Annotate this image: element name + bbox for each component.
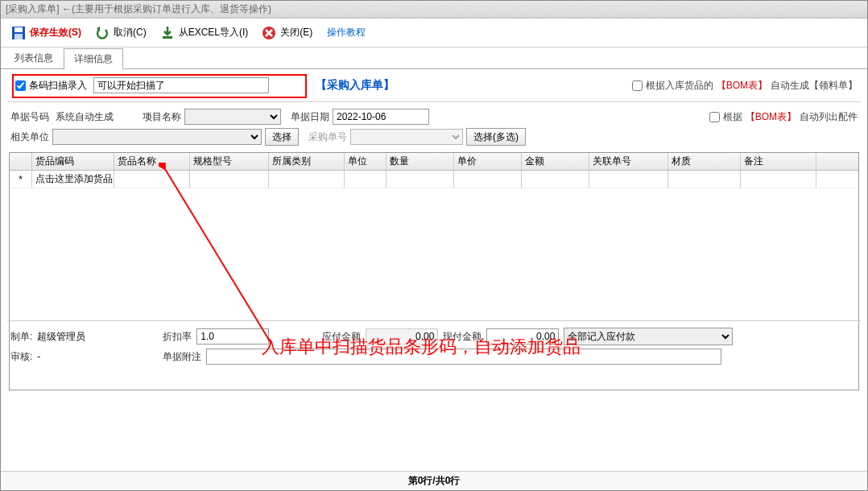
col-spec[interactable]: 规格型号 (190, 153, 269, 170)
cancel-button[interactable]: 取消(C) (89, 23, 151, 43)
maker-value: 超级管理员 (37, 330, 158, 344)
close-icon (261, 25, 277, 41)
tab-detail-info[interactable]: 详细信息 (64, 48, 123, 69)
col-ref[interactable]: 关联单号 (589, 153, 668, 170)
col-unit[interactable]: 单位 (345, 153, 386, 170)
document-title: 【采购入库单】 (316, 78, 395, 93)
purchase-select-button[interactable]: 选择(多选) (466, 128, 526, 146)
close-button[interactable]: 关闭(E) (256, 23, 317, 43)
doc-no-value: 系统自动生成 (52, 110, 139, 124)
col-product-code[interactable]: 货品编码 (32, 153, 114, 170)
doc-no-label: 单据号码 (10, 110, 49, 124)
audit-label: 审核: (10, 350, 32, 364)
main-toolbar: 保存生效(S) 取消(C) 从EXCEL导入(I) 关闭(E) 操作教程 (1, 19, 867, 47)
col-product-name[interactable]: 货品名称 (114, 153, 190, 170)
tab-list-info[interactable]: 列表信息 (4, 47, 64, 68)
undo-icon (94, 25, 110, 41)
import-label: 从EXCEL导入(I) (179, 26, 249, 39)
purchase-no-select (350, 129, 463, 145)
unit-label: 相关单位 (10, 130, 49, 144)
tab-bar: 列表信息 详细信息 (1, 47, 867, 69)
window-titlebar: [采购入库单] ←(主要用于根据采购订单进行入库、退货等操作) (1, 1, 867, 19)
bom-export-mid: 【BOM表】 (746, 110, 796, 124)
import-excel-button[interactable]: 从EXCEL导入(I) (155, 23, 254, 43)
barcode-input[interactable] (93, 77, 269, 93)
bom-export-checkbox[interactable] (709, 112, 720, 122)
unit-select[interactable] (52, 129, 262, 145)
discount-label: 折扣率 (163, 330, 192, 344)
title-text: [采购入库单] ←(主要用于根据采购订单进行入库、退货等操作) (6, 2, 271, 16)
col-category[interactable]: 所属类别 (269, 153, 345, 170)
download-icon (159, 25, 176, 41)
row-marker: * (10, 171, 32, 188)
project-select[interactable] (184, 109, 281, 125)
add-item-placeholder[interactable]: 点击这里添加货品 (32, 171, 114, 188)
bom-export-post: 自动列出配件 (800, 110, 858, 124)
pay-mode-select[interactable]: 全部记入应付款 (564, 328, 733, 345)
svg-rect-3 (163, 36, 172, 39)
save-icon (10, 25, 27, 41)
note-input[interactable] (206, 349, 721, 365)
discount-input[interactable] (196, 328, 269, 345)
bom-generate-checkbox[interactable] (632, 80, 643, 91)
audit-value: - (37, 351, 158, 362)
paid-label: 现付金额 (443, 330, 482, 344)
save-button[interactable]: 保存生效(S) (6, 23, 86, 43)
col-price[interactable]: 单价 (454, 153, 522, 170)
col-remark[interactable]: 备注 (741, 153, 816, 170)
barcode-scan-label: 条码扫描录入 (29, 79, 87, 93)
close-label: 关闭(E) (280, 26, 312, 39)
row-count-status: 第0行/共0行 (408, 474, 461, 488)
status-bar: 第0行/共0行 (1, 471, 867, 490)
bom-text-mid: 【BOM表】 (717, 79, 767, 93)
unit-select-button[interactable]: 选择 (265, 128, 299, 146)
cancel-label: 取消(C) (114, 26, 147, 39)
save-label: 保存生效(S) (30, 26, 81, 39)
col-qty[interactable]: 数量 (386, 153, 454, 170)
col-material[interactable]: 材质 (668, 153, 741, 170)
purchase-no-label: 采购单号 (308, 130, 347, 144)
payable-value (366, 328, 438, 345)
date-input[interactable] (333, 109, 429, 125)
project-label: 项目名称 (143, 110, 181, 124)
table-row[interactable]: * 点击这里添加货品 (10, 171, 858, 188)
col-amount[interactable]: 金额 (522, 153, 589, 170)
svg-rect-1 (14, 27, 23, 32)
bom-export-pre: 根据 (723, 110, 742, 124)
bom-text-post: 自动生成【领料单】 (771, 79, 858, 93)
barcode-scan-checkbox[interactable] (15, 80, 26, 91)
note-label: 单据附注 (163, 350, 201, 364)
svg-rect-2 (14, 34, 23, 39)
tutorial-link[interactable]: 操作教程 (327, 26, 366, 39)
col-marker (10, 153, 32, 170)
bom-text-pre: 根据入库货品的 (646, 79, 713, 93)
maker-label: 制单: (10, 330, 32, 344)
date-label: 单据日期 (291, 110, 329, 124)
payable-label: 应付金额 (322, 330, 361, 344)
paid-input[interactable] (486, 328, 559, 345)
